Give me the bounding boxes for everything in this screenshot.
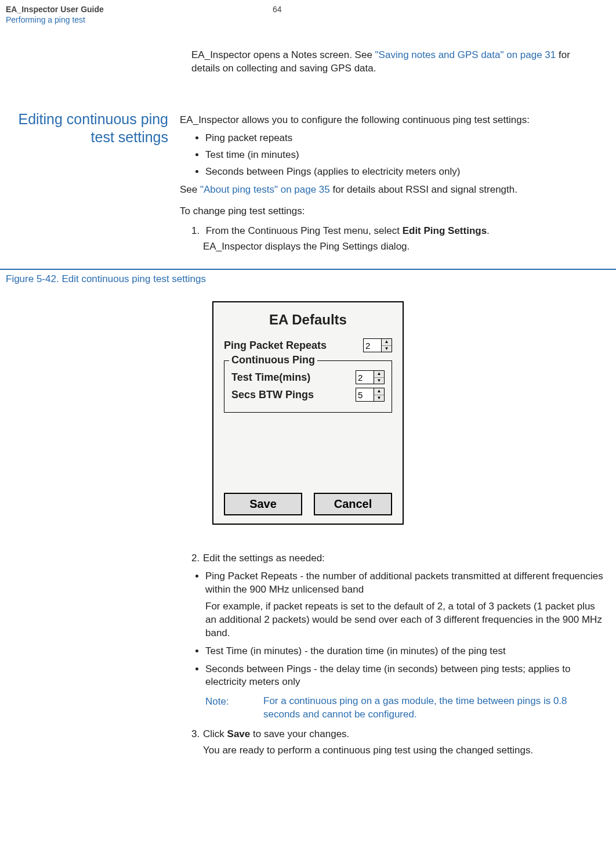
ping-packet-repeats-label: Ping Packet Repeats	[224, 340, 327, 352]
secs-btw-pings-label: Secs BTW Pings	[231, 389, 314, 401]
b1-sub: For example, if packet repeats is set to…	[205, 600, 603, 640]
up-arrow-icon[interactable]: ▲	[374, 371, 384, 378]
note-text: For a continuous ping on a gas module, t…	[263, 695, 603, 721]
cancel-button[interactable]: Cancel	[314, 493, 392, 515]
step1-suffix: .	[487, 225, 490, 236]
note-label: Note:	[205, 695, 263, 721]
step-number: 1.	[191, 224, 203, 238]
secs-btw-pings-spinner[interactable]: ▲ ▼	[356, 388, 385, 402]
see-prefix: See	[180, 184, 200, 195]
step3-bold: Save	[227, 728, 251, 739]
step-1: 1. From the Continuous Ping Test menu, s…	[191, 224, 603, 254]
down-arrow-icon[interactable]: ▼	[374, 378, 384, 384]
page-header: EA_Inspector User Guide Performing a pin…	[0, 5, 616, 24]
dialog-title: EA Defaults	[224, 312, 392, 328]
group-legend: Continuous Ping	[229, 354, 317, 366]
section-heading: Editing continuous ping test settings	[6, 110, 168, 147]
bullet-item: Ping Packet Repeats - the number of addi…	[205, 570, 603, 640]
step-3: 3.Click Save to save your changes. You a…	[191, 727, 603, 757]
bullet-item: Test time (in minutes)	[205, 149, 603, 162]
settings-bullets: Ping packet repeats Test time (in minute…	[205, 132, 603, 179]
test-time-input[interactable]	[356, 370, 374, 384]
note-block: Note: For a continuous ping on a gas mod…	[205, 695, 603, 721]
up-arrow-icon[interactable]: ▲	[374, 388, 384, 395]
intro-prefix: EA_Inspector opens a Notes screen. See	[191, 49, 375, 60]
down-arrow-icon[interactable]: ▼	[374, 395, 384, 402]
continuous-ping-group: Continuous Ping Test Time(mins) ▲ ▼ Secs…	[224, 360, 392, 413]
ea-defaults-dialog: EA Defaults Ping Packet Repeats ▲ ▼ Cont…	[212, 301, 404, 525]
see-suffix: for details about RSSI and signal streng…	[330, 184, 517, 195]
step-number: 2.	[191, 551, 203, 565]
step1-prefix: From the Continuous Ping Test menu, sele…	[206, 225, 403, 236]
page-number: 64	[273, 5, 282, 24]
dialog-blank-area	[224, 418, 392, 488]
bullet-item: Seconds between Pings (applies to electr…	[205, 165, 603, 179]
up-arrow-icon[interactable]: ▲	[382, 339, 392, 346]
doc-subtitle: Performing a ping test	[6, 15, 273, 24]
step-2: 2.Edit the settings as needed: Ping Pack…	[191, 551, 603, 721]
ping-packet-repeats-input[interactable]	[363, 338, 382, 352]
step1-sub: EA_Inspector displays the Ping Settings …	[203, 240, 603, 254]
test-time-spinner[interactable]: ▲ ▼	[356, 370, 385, 384]
save-button[interactable]: Save	[224, 493, 302, 515]
bullet-item: Seconds between Pings - the delay time (…	[205, 663, 603, 690]
secs-btw-pings-input[interactable]	[356, 388, 374, 402]
b1-text: Ping Packet Repeats - the number of addi…	[205, 571, 603, 595]
intro-paragraph: EA_Inspector opens a Notes screen. See "…	[191, 49, 616, 75]
to-change-line: To change ping test settings:	[180, 205, 603, 218]
ping-packet-repeats-spinner[interactable]: ▲ ▼	[363, 338, 392, 352]
step3-suffix: to save your changes.	[250, 728, 349, 739]
figure-rule	[0, 269, 616, 270]
figure-caption: Figure 5-42. Edit continuous ping test s…	[0, 273, 616, 291]
doc-title: EA_Inspector User Guide	[6, 5, 273, 14]
step-number: 3.	[191, 727, 203, 741]
step1-bold: Edit Ping Settings	[403, 225, 487, 236]
test-time-label: Test Time(mins)	[231, 371, 310, 384]
lead-text: EA_Inspector allows you to configure the…	[180, 114, 603, 127]
step3-sub: You are ready to perform a continuous pi…	[203, 743, 603, 757]
down-arrow-icon[interactable]: ▼	[382, 346, 392, 352]
see-line: See "About ping tests" on page 35 for de…	[180, 183, 603, 197]
link-about-ping[interactable]: "About ping tests" on page 35	[200, 184, 330, 195]
step3-prefix: Click	[203, 728, 227, 739]
bullet-item: Ping packet repeats	[205, 132, 603, 145]
link-saving-notes[interactable]: "Saving notes and GPS data" on page 31	[375, 49, 556, 60]
bullet-item: Test Time (in minutes) - the duration ti…	[205, 645, 603, 658]
step2-text: Edit the settings as needed:	[203, 553, 325, 564]
